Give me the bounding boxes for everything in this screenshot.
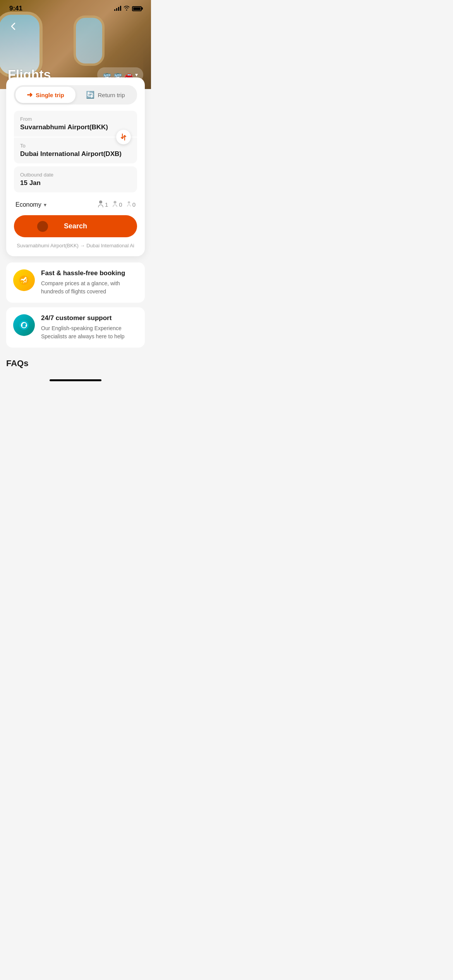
children-number: 0: [119, 201, 122, 208]
battery-icon: [132, 6, 142, 11]
to-label: To: [20, 143, 131, 149]
fast-booking-text: Fast & hassle-free booking Compare price…: [41, 269, 138, 296]
infants-number: 0: [132, 201, 136, 208]
svg-point-0: [99, 200, 102, 204]
wifi-icon: [124, 5, 130, 12]
feature-fast-booking: Fast & hassle-free booking Compare price…: [6, 262, 145, 303]
adults-number: 1: [105, 201, 108, 208]
svg-point-2: [128, 201, 130, 204]
svg-point-1: [114, 201, 117, 204]
search-button[interactable]: Search: [14, 215, 137, 237]
route-preview-text: Suvarnabhumi Airport(BKK) → Dubai Intern…: [17, 243, 134, 248]
customer-support-description: Our English-speaking Experience Speciali…: [41, 324, 138, 341]
return-trip-label: Return trip: [98, 92, 125, 98]
options-row: Economy ▾ 1: [14, 195, 137, 214]
status-time: 9:41: [9, 5, 22, 12]
search-button-label: Search: [64, 222, 87, 230]
home-bar: [50, 379, 101, 381]
from-value: Suvarnabhumi Airport(BKK): [20, 123, 131, 131]
status-bar: 9:41: [0, 0, 151, 15]
status-icons: [114, 5, 142, 12]
faq-title: FAQs: [6, 358, 145, 368]
search-card: ➜ Single trip 🔄 Return trip From Suvarna…: [6, 77, 145, 256]
svg-point-5: [19, 320, 29, 330]
route-preview: Suvarnabhumi Airport(BKK) → Dubai Intern…: [14, 243, 137, 248]
customer-support-icon: [13, 314, 35, 336]
date-label: Outbound date: [20, 172, 131, 178]
faq-section: FAQs: [0, 352, 151, 368]
home-indicator: [0, 375, 151, 384]
date-field[interactable]: Outbound date 15 Jan: [14, 166, 137, 192]
child-icon: [113, 200, 117, 209]
to-value: Dubai International Airport(DXB): [20, 150, 131, 158]
swap-button[interactable]: [116, 130, 131, 144]
customer-support-title: 24/7 customer support: [41, 314, 138, 322]
fast-booking-icon: [13, 269, 35, 291]
fast-booking-description: Compare prices at a glance, with hundred…: [41, 279, 138, 296]
back-button[interactable]: [6, 19, 20, 33]
class-selector[interactable]: Economy ▾: [15, 201, 46, 208]
svg-point-4: [21, 282, 22, 283]
origin-destination-container: From Suvarnabhumi Airport(BKK) To Dubai …: [14, 111, 137, 163]
search-button-decoration: [37, 221, 48, 232]
feature-customer-support: 24/7 customer support Our English-speaki…: [6, 307, 145, 348]
single-trip-icon: ➜: [27, 91, 33, 99]
infant-icon: [127, 201, 131, 208]
adults-count[interactable]: 1: [98, 200, 108, 209]
single-trip-option[interactable]: ➜ Single trip: [15, 87, 76, 103]
transport-chevron-icon: ▾: [135, 72, 138, 78]
children-count[interactable]: 0: [113, 200, 122, 209]
customer-support-text: 24/7 customer support Our English-speaki…: [41, 314, 138, 341]
infants-count[interactable]: 0: [127, 201, 136, 208]
feature-list: Fast & hassle-free booking Compare price…: [6, 262, 145, 348]
date-value: 15 Jan: [20, 179, 131, 187]
return-trip-option[interactable]: 🔄 Return trip: [76, 87, 136, 103]
fast-booking-title: Fast & hassle-free booking: [41, 269, 138, 277]
adult-icon: [98, 200, 103, 209]
class-label: Economy: [15, 201, 41, 208]
single-trip-label: Single trip: [36, 92, 64, 98]
passengers-selector: 1 0: [98, 200, 136, 209]
return-trip-icon: 🔄: [86, 91, 94, 99]
trip-toggle: ➜ Single trip 🔄 Return trip: [14, 85, 137, 105]
from-label: From: [20, 116, 131, 122]
signal-icon: [114, 6, 121, 11]
class-chevron-icon: ▾: [44, 202, 46, 208]
